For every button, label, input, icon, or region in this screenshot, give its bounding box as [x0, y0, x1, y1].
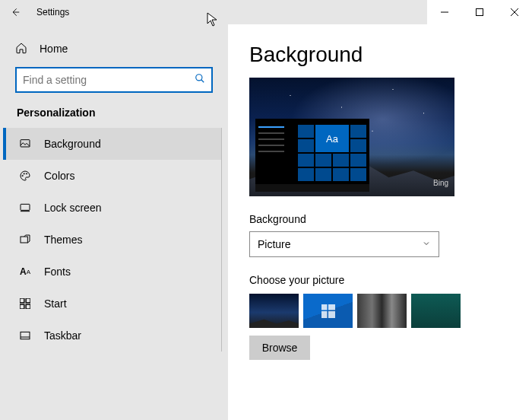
nav-label: Lock screen: [44, 202, 101, 214]
svg-point-9: [26, 173, 27, 174]
svg-rect-12: [21, 237, 27, 243]
nav-item-colors[interactable]: Colors: [3, 160, 221, 192]
svg-rect-22: [328, 311, 335, 318]
desktop-mock: Aa: [255, 119, 369, 192]
nav-label: Start: [44, 298, 67, 310]
picture-thumb-3[interactable]: [357, 294, 407, 328]
dropdown-value: Picture: [258, 238, 291, 250]
svg-point-4: [196, 75, 202, 81]
nav-item-themes[interactable]: Themes: [3, 224, 221, 256]
nav-item-start[interactable]: Start: [3, 288, 221, 320]
picture-thumb-1[interactable]: [249, 294, 299, 328]
back-button[interactable]: [0, 0, 30, 24]
picture-thumb-4[interactable]: [411, 294, 461, 328]
nav-label: Background: [44, 138, 101, 150]
svg-rect-16: [26, 304, 30, 309]
search-input[interactable]: [23, 74, 195, 86]
search-box[interactable]: [15, 67, 213, 93]
main: Home Personalization Background Colors: [0, 24, 532, 420]
nav-label: Colors: [44, 170, 74, 182]
nav-item-fonts[interactable]: AA Fonts: [3, 256, 221, 288]
svg-rect-15: [20, 304, 24, 309]
chevron-down-icon: [422, 238, 431, 250]
taskbar-icon: [18, 329, 32, 342]
picture-thumb-2[interactable]: [303, 294, 353, 328]
window-controls: [427, 0, 532, 24]
close-button[interactable]: [497, 0, 532, 24]
background-preview: Aa Bing: [249, 78, 454, 196]
fonts-icon: AA: [18, 265, 32, 278]
background-type-label: Background: [249, 213, 511, 225]
palette-icon: [18, 169, 32, 183]
browse-button[interactable]: Browse: [249, 336, 310, 360]
themes-icon: [18, 233, 32, 247]
preview-watermark: Bing: [433, 179, 448, 187]
maximize-button[interactable]: [462, 0, 497, 24]
start-icon: [18, 297, 32, 310]
svg-rect-20: [328, 304, 335, 310]
svg-rect-17: [21, 332, 30, 339]
home-label: Home: [40, 43, 68, 55]
picture-thumbnails: [249, 294, 511, 328]
svg-point-7: [22, 175, 23, 176]
nav-item-lockscreen[interactable]: Lock screen: [3, 192, 221, 224]
svg-point-8: [24, 173, 24, 174]
page-title: Background: [249, 43, 511, 67]
nav-item-taskbar[interactable]: Taskbar: [3, 320, 221, 352]
nav-label: Taskbar: [44, 329, 81, 342]
svg-rect-19: [321, 304, 328, 310]
svg-rect-13: [20, 298, 24, 303]
titlebar: Settings: [0, 0, 532, 24]
sidebar: Home Personalization Background Colors: [0, 24, 228, 420]
svg-rect-14: [26, 298, 30, 303]
content: Background Aa Bing Background Picture Ch…: [228, 24, 532, 420]
home-icon: [15, 42, 27, 56]
preview-sample-text: Aa: [315, 125, 349, 152]
svg-rect-21: [321, 311, 328, 318]
nav-item-background[interactable]: Background: [3, 128, 221, 160]
search-container: [15, 67, 213, 93]
home-link[interactable]: Home: [3, 33, 225, 64]
svg-rect-10: [21, 204, 30, 210]
minimize-button[interactable]: [427, 0, 462, 24]
nav-list: Background Colors Lock screen Themes AA …: [3, 128, 222, 352]
window-title: Settings: [36, 7, 69, 18]
background-type-dropdown[interactable]: Picture: [249, 231, 439, 257]
section-label: Personalization: [3, 103, 225, 128]
nav-label: Themes: [44, 234, 83, 246]
svg-rect-1: [477, 9, 483, 16]
search-icon: [195, 73, 205, 87]
picture-icon: [18, 137, 32, 151]
lockscreen-icon: [18, 201, 32, 215]
svg-rect-6: [21, 140, 30, 147]
choose-picture-label: Choose your picture: [249, 274, 511, 286]
svg-line-5: [201, 80, 204, 83]
nav-label: Fonts: [44, 266, 71, 278]
